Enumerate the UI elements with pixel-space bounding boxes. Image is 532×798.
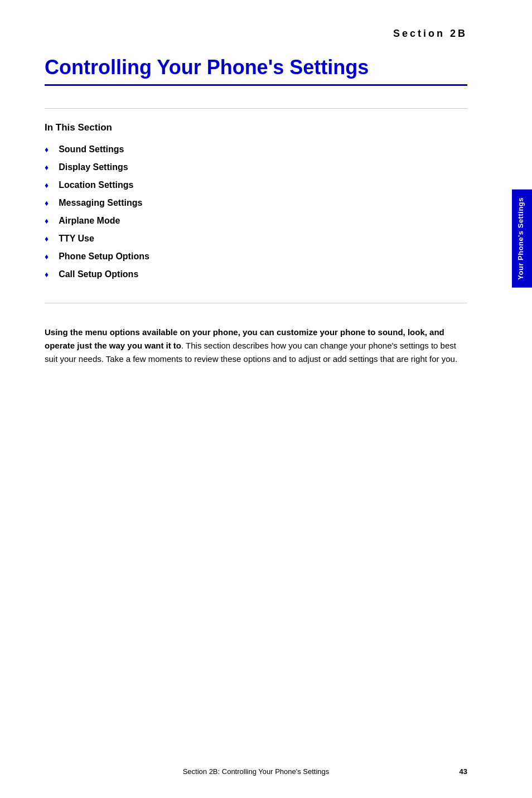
in-this-section-container: In This Section ♦ Sound Settings ♦ Displ… xyxy=(45,108,467,303)
list-item: ♦ Location Settings xyxy=(45,180,467,190)
page-container: Your Phone's Settings Section 2B Control… xyxy=(0,0,532,798)
list-item: ♦ Phone Setup Options xyxy=(45,252,467,262)
side-tab: Your Phone's Settings xyxy=(512,190,532,288)
toc-list: ♦ Sound Settings ♦ Display Settings ♦ Lo… xyxy=(45,144,467,279)
page-title: Controlling Your Phone's Settings xyxy=(45,56,467,79)
bullet-icon: ♦ xyxy=(45,234,49,243)
bullet-icon: ♦ xyxy=(45,216,49,225)
page-footer: Section 2B: Controlling Your Phone's Set… xyxy=(0,767,512,776)
bullet-icon: ♦ xyxy=(45,270,49,279)
in-this-section-heading: In This Section xyxy=(45,122,467,133)
toc-item-label: Display Settings xyxy=(59,162,128,172)
side-tab-label: Your Phone's Settings xyxy=(516,197,525,280)
toc-item-label: Airplane Mode xyxy=(59,216,120,226)
bullet-icon: ♦ xyxy=(45,181,49,190)
bullet-icon: ♦ xyxy=(45,145,49,154)
list-item: ♦ Call Setup Options xyxy=(45,269,467,279)
list-item: ♦ Sound Settings xyxy=(45,144,467,154)
list-item: ♦ Messaging Settings xyxy=(45,198,467,208)
bullet-icon: ♦ xyxy=(45,199,49,207)
list-item: ♦ Airplane Mode xyxy=(45,216,467,226)
toc-item-label: Call Setup Options xyxy=(59,269,138,279)
footer-text: Section 2B: Controlling Your Phone's Set… xyxy=(183,767,330,776)
section-label: Section 2B xyxy=(45,28,467,40)
toc-item-label: Phone Setup Options xyxy=(59,252,149,262)
list-item: ♦ Display Settings xyxy=(45,162,467,172)
toc-item-label: Location Settings xyxy=(59,180,133,190)
main-content: Section 2B Controlling Your Phone's Sett… xyxy=(0,0,512,399)
toc-item-label: Sound Settings xyxy=(59,144,124,154)
body-section: Using the menu options available on your… xyxy=(45,326,467,366)
page-number: 43 xyxy=(460,767,467,776)
bullet-icon: ♦ xyxy=(45,163,49,172)
list-item: ♦ TTY Use xyxy=(45,234,467,244)
title-divider xyxy=(45,84,467,86)
bullet-icon: ♦ xyxy=(45,252,49,261)
toc-item-label: TTY Use xyxy=(59,234,94,244)
toc-item-label: Messaging Settings xyxy=(59,198,142,208)
body-paragraph: Using the menu options available on your… xyxy=(45,326,467,366)
